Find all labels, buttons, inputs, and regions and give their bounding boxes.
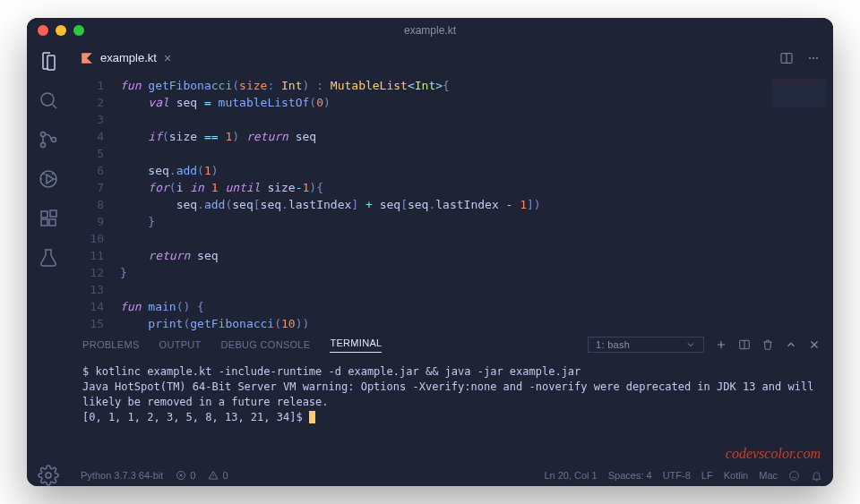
maximize-window-button[interactable]: [73, 25, 84, 36]
chevron-down-icon: [685, 339, 696, 350]
minimap[interactable]: [772, 79, 826, 150]
split-terminal-icon[interactable]: [738, 338, 751, 351]
panel-tab-problems[interactable]: PROBLEMS: [82, 339, 140, 350]
split-editor-icon[interactable]: [779, 51, 794, 65]
explorer-icon[interactable]: [38, 50, 59, 72]
activity-bar: [27, 43, 70, 486]
status-feedback-icon[interactable]: [788, 470, 800, 482]
status-python[interactable]: Python 3.7.3 64-bit: [81, 470, 163, 481]
svg-rect-7: [49, 219, 56, 226]
tab-label: example.kt: [100, 51, 157, 64]
settings-gear-icon[interactable]: [38, 465, 59, 486]
panel-tab-terminal[interactable]: TERMINAL: [330, 337, 382, 353]
line-numbers: 12345678910111213141516: [70, 73, 120, 330]
editor-window: example.kt: [27, 18, 833, 486]
status-language[interactable]: Kotlin: [724, 470, 749, 481]
panel-tab-output[interactable]: OUTPUT: [159, 339, 202, 350]
extensions-icon[interactable]: [38, 208, 59, 229]
debug-icon[interactable]: [38, 168, 59, 190]
kotlin-file-icon: [81, 52, 93, 64]
status-lncol[interactable]: Ln 20, Col 1: [544, 470, 597, 481]
svg-rect-8: [50, 210, 56, 217]
source-control-icon[interactable]: [38, 129, 59, 150]
maximize-panel-icon[interactable]: [785, 338, 797, 351]
tab-bar: example.kt ×: [70, 43, 833, 73]
panel-tab-debug[interactable]: DEBUG CONSOLE: [221, 339, 311, 350]
titlebar: example.kt: [27, 18, 833, 43]
code-editor[interactable]: 12345678910111213141516 fun getFibonacci…: [70, 73, 833, 330]
svg-point-11: [809, 57, 811, 59]
testing-icon[interactable]: [38, 247, 59, 269]
svg-point-12: [813, 57, 814, 59]
tab-close-icon[interactable]: ×: [164, 51, 171, 65]
terminal-shell-label: 1: bash: [596, 339, 630, 350]
status-bar: Python 3.7.3 64-bit 0 0 Ln 20, Col 1 Spa…: [70, 465, 833, 486]
terminal[interactable]: $ kotlinc example.kt -include-runtime -d…: [70, 359, 833, 465]
window-title: example.kt: [404, 24, 456, 37]
svg-point-2: [41, 143, 46, 148]
close-panel-icon[interactable]: [808, 338, 821, 351]
svg-point-13: [816, 57, 818, 59]
status-bell-icon[interactable]: [811, 470, 822, 482]
status-eol[interactable]: LF: [701, 470, 713, 481]
minimize-window-button[interactable]: [56, 25, 66, 36]
status-encoding[interactable]: UTF-8: [663, 470, 691, 481]
more-actions-icon[interactable]: [806, 51, 821, 65]
status-errors[interactable]: 0: [176, 470, 195, 481]
svg-point-0: [41, 93, 54, 106]
status-warnings[interactable]: 0: [208, 470, 228, 481]
terminal-shell-select[interactable]: 1: bash: [588, 337, 704, 353]
svg-point-3: [52, 138, 56, 142]
status-os[interactable]: Mac: [759, 470, 778, 481]
svg-rect-5: [41, 211, 47, 218]
terminal-cursor: [309, 411, 315, 423]
new-terminal-icon[interactable]: [715, 338, 727, 351]
search-icon[interactable]: [38, 90, 59, 111]
svg-point-16: [790, 471, 799, 480]
svg-point-9: [46, 473, 51, 478]
svg-point-1: [41, 132, 46, 137]
status-spaces[interactable]: Spaces: 4: [608, 470, 652, 481]
close-window-button[interactable]: [38, 25, 48, 36]
svg-rect-6: [41, 219, 47, 226]
code-content[interactable]: fun getFibonacci(size: Int) : MutableLis…: [120, 73, 833, 330]
watermark: codevscolor.com: [726, 446, 821, 461]
bottom-panel: PROBLEMS OUTPUT DEBUG CONSOLE TERMINAL 1…: [70, 330, 833, 465]
tab-example-kt[interactable]: example.kt ×: [70, 43, 182, 73]
kill-terminal-icon[interactable]: [761, 338, 774, 351]
